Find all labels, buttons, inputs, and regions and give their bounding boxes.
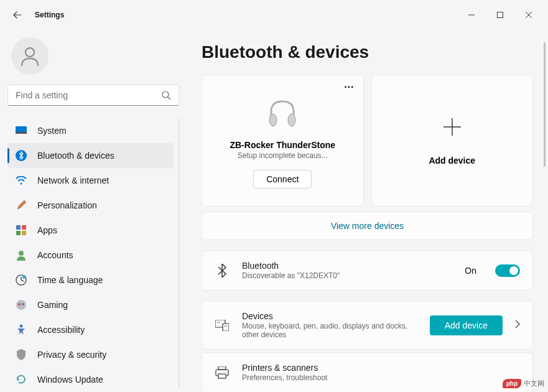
bluetooth-subtitle: Discoverable as "X12DEXT0" (242, 271, 452, 280)
sidebar-item-gaming[interactable]: Gaming (7, 292, 174, 317)
person-icon (19, 45, 41, 67)
svg-point-17 (18, 303, 21, 306)
toggle-state-label: On (465, 266, 476, 276)
wifi-icon (15, 174, 27, 187)
close-button[interactable] (514, 5, 543, 25)
paired-device-card[interactable]: ··· ZB-Rocker ThunderStone Setup incompl… (202, 75, 364, 207)
svg-point-20 (269, 114, 277, 126)
printers-subtitle: Preferences, troubleshoot (242, 373, 520, 382)
view-more-devices-link[interactable]: View more devices (202, 212, 533, 240)
system-icon (15, 124, 27, 137)
svg-rect-6 (16, 132, 27, 134)
bluetooth-toggle[interactable] (495, 264, 520, 277)
sidebar-item-update[interactable]: Windows Update (7, 367, 174, 387)
device-name: ZB-Rocker ThunderStone (230, 140, 335, 150)
svg-rect-10 (22, 225, 26, 230)
svg-rect-12 (22, 231, 26, 235)
bluetooth-title: Bluetooth (242, 261, 452, 271)
sidebar: System Bluetooth & devices Network & int… (0, 30, 187, 392)
svg-point-2 (26, 48, 34, 57)
window-title: Settings (35, 11, 64, 19)
sidebar-item-bluetooth[interactable]: Bluetooth & devices (7, 143, 174, 168)
sidebar-item-accessibility[interactable]: Accessibility (7, 317, 174, 342)
sidebar-item-accounts[interactable]: Accounts (7, 243, 174, 268)
printers-row[interactable]: Printers & scanners Preferences, trouble… (202, 352, 533, 392)
svg-point-18 (22, 303, 24, 306)
accounts-icon (15, 249, 27, 261)
sidebar-item-network[interactable]: Network & internet (7, 168, 174, 193)
sidebar-item-time[interactable]: Time & language (7, 268, 174, 292)
watermark-text: 中文网 (524, 379, 544, 388)
update-icon (15, 373, 27, 386)
sidebar-item-privacy[interactable]: Privacy & security (7, 342, 174, 367)
sidebar-item-label: System (37, 126, 67, 136)
watermark: php 中文网 (503, 379, 544, 388)
bluetooth-toggle-row: Bluetooth Discoverable as "X12DEXT0" On (202, 250, 533, 291)
add-device-button[interactable]: Add device (430, 315, 503, 335)
sidebar-item-label: Bluetooth & devices (37, 151, 114, 161)
svg-rect-30 (218, 366, 226, 370)
page-title: Bluetooth & devices (202, 42, 533, 62)
titlebar: Settings (0, 0, 548, 30)
svg-point-13 (19, 251, 24, 256)
apps-icon (15, 224, 27, 236)
close-icon (526, 12, 532, 18)
sidebar-item-label: Apps (37, 225, 57, 235)
search-icon (161, 90, 171, 100)
svg-line-4 (168, 97, 170, 100)
window-controls (457, 5, 543, 25)
svg-rect-32 (218, 374, 226, 378)
sidebar-item-label: Personalization (37, 200, 97, 210)
sidebar-item-label: Network & internet (37, 175, 109, 185)
brush-icon (15, 199, 27, 212)
back-button[interactable] (5, 2, 30, 27)
sidebar-item-system[interactable]: System (7, 118, 174, 143)
svg-point-8 (21, 183, 22, 185)
devices-icon (215, 320, 230, 331)
svg-rect-11 (16, 231, 21, 235)
svg-point-19 (20, 325, 23, 328)
svg-point-28 (224, 325, 225, 327)
maximize-button[interactable] (486, 5, 514, 25)
device-status: Setup incomplete becaus... (238, 151, 328, 160)
sidebar-item-label: Time & language (37, 275, 103, 285)
svg-point-21 (288, 114, 295, 126)
svg-point-27 (219, 322, 220, 323)
main-content: Bluetooth & devices ··· ZB-Rocker Thunde… (187, 30, 548, 392)
devices-title: Devices (242, 311, 417, 321)
headphones-icon (266, 98, 299, 133)
add-device-label: Add device (429, 156, 475, 166)
svg-point-16 (16, 300, 26, 310)
search-box[interactable] (7, 85, 179, 106)
svg-rect-9 (16, 225, 21, 230)
svg-point-26 (217, 322, 218, 323)
devices-row[interactable]: Devices Mouse, keyboard, pen, audio, dis… (202, 301, 533, 350)
chevron-right-icon[interactable] (515, 320, 520, 331)
sidebar-item-label: Accounts (37, 250, 73, 260)
bluetooth-glyph-icon (215, 264, 230, 278)
user-avatar[interactable] (11, 37, 49, 75)
device-more-button[interactable]: ··· (344, 82, 354, 93)
minimize-icon (468, 12, 475, 18)
sidebar-item-label: Accessibility (37, 325, 85, 335)
plus-icon (441, 116, 463, 141)
search-input[interactable] (16, 90, 161, 100)
clock-icon (15, 274, 27, 286)
sidebar-item-apps[interactable]: Apps (7, 218, 174, 243)
minimize-button[interactable] (457, 5, 486, 25)
back-arrow-icon (13, 11, 22, 19)
accessibility-icon (15, 324, 27, 336)
maximize-icon (497, 12, 503, 18)
sidebar-item-label: Gaming (37, 300, 68, 310)
gaming-icon (15, 299, 27, 311)
svg-point-15 (22, 275, 26, 279)
svg-rect-25 (223, 324, 229, 331)
add-device-card[interactable]: Add device (371, 75, 534, 207)
sidebar-item-personalization[interactable]: Personalization (7, 193, 174, 218)
watermark-badge: php (503, 379, 521, 388)
printers-title: Printers & scanners (242, 363, 520, 373)
connect-button[interactable]: Connect (253, 170, 312, 189)
scrollbar[interactable] (544, 42, 546, 167)
svg-point-29 (226, 325, 227, 327)
shield-icon (15, 348, 27, 361)
